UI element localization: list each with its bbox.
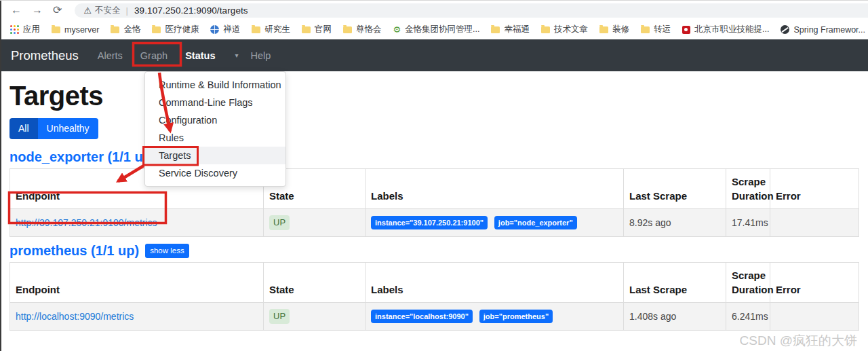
bookmark-myserver[interactable]: myserver [52, 25, 99, 35]
filter-unhealthy-button[interactable]: Unhealthy [38, 118, 98, 139]
job-header-node-exporter: node_exporter (1/1 up) show less [9, 149, 859, 165]
apps-grid-icon [10, 25, 19, 34]
bookmark-graduate[interactable]: 研究生 [252, 24, 290, 35]
browser-toolbar: ← → ⟳ ⚠ 不安全 | 39.107.250.21:9090/targets [0, 1, 868, 20]
folder-icon [252, 26, 260, 33]
col-last-scrape: Last Scrape [624, 169, 726, 209]
bookmark-label: 医疗健康 [165, 24, 199, 35]
job-header-prometheus: prometheus (1/1 up) show less [9, 242, 859, 259]
bookmark-label: 尊恪会 [356, 24, 382, 35]
label-badge-job: job="prometheus" [479, 310, 553, 323]
address-bar[interactable]: ⚠ 不安全 | 39.107.250.21:9090/targets [75, 3, 868, 18]
col-scrape-duration: Scrape Duration [726, 169, 770, 209]
col-last-scrape: Last Scrape [624, 263, 726, 303]
bookmark-label: 金恪集团协同管理... [405, 24, 479, 35]
state-badge: UP [269, 215, 290, 230]
label-badge-instance: instance="localhost:9090" [371, 310, 473, 323]
folder-icon [343, 26, 352, 33]
bookmark-spring[interactable]: Spring Framewor... [781, 25, 865, 35]
target-filter-group: All Unhealthy [9, 118, 98, 139]
bookmark-transfer[interactable]: 转运 [641, 24, 671, 35]
col-scrape-duration: Scrape Duration [726, 263, 770, 303]
bookmark-label: 幸福通 [504, 24, 530, 35]
bookmark-jinke[interactable]: 金恪 [111, 24, 140, 35]
gear-icon: ⚙ [393, 25, 401, 34]
menu-item-service-discovery[interactable]: Service Discovery [145, 164, 285, 182]
security-warning-icon[interactable]: ⚠ [83, 5, 92, 16]
dark-globe-icon [781, 25, 789, 34]
nav-help[interactable]: Help [251, 50, 271, 61]
bookmark-label: 金恪 [123, 24, 140, 35]
col-error: Error [770, 263, 859, 303]
bookmark-tech-articles[interactable]: 技术文章 [541, 24, 588, 35]
nav-status[interactable]: Status [185, 50, 215, 61]
bookmarks-bar: 应用 myserver 金恪 医疗健康 禅道 研究生 官网 尊恪会 [0, 20, 868, 39]
last-scrape-value: 8.92s ago [624, 209, 726, 237]
filter-all-button[interactable]: All [9, 118, 38, 139]
folder-icon [491, 26, 500, 33]
bookmark-label: 技术文章 [554, 24, 588, 35]
bookmark-zentao[interactable]: 禅道 [210, 24, 240, 35]
reload-icon[interactable]: ⟳ [53, 5, 62, 16]
bookmark-beijing-skills[interactable]: 北京市职业技能提... [682, 24, 769, 35]
bookmark-label: Spring Framewor... [793, 25, 865, 35]
window-left-border [0, 1, 1, 351]
endpoint-link[interactable]: http://39.107.250.21:9100/metrics [16, 217, 157, 228]
label-badge-instance: instance="39.107.250.21:9100" [371, 216, 488, 229]
table-header-row: Endpoint State Labels Last Scrape Scrape… [10, 169, 859, 209]
menu-item-command-line-flags[interactable]: Command-Line Flags [145, 94, 285, 111]
folder-icon [302, 26, 311, 33]
menu-item-runtime-build-info[interactable]: Runtime & Build Information [145, 76, 285, 94]
folder-icon [641, 26, 650, 33]
job-title-prometheus[interactable]: prometheus (1/1 up) [9, 242, 139, 259]
back-icon[interactable]: ← [11, 5, 22, 16]
main-content: Targets All Unhealthy node_exporter (1/1… [0, 71, 868, 331]
security-warning-label: 不安全 [95, 5, 121, 16]
bookmark-label: 北京市职业技能提... [694, 24, 769, 35]
folder-icon [111, 26, 119, 33]
col-error: Error [770, 169, 859, 209]
scrape-duration-value: 6.241ms [726, 303, 770, 331]
state-badge: UP [269, 309, 290, 324]
last-scrape-value: 1.408s ago [624, 303, 726, 331]
bookmark-label: 禅道 [223, 24, 240, 35]
bookmark-xingfutong[interactable]: 幸福通 [491, 24, 530, 35]
targets-table-node-exporter: Endpoint State Labels Last Scrape Scrape… [9, 168, 859, 237]
bookmark-jinke-oa[interactable]: ⚙ 金恪集团协同管理... [393, 24, 479, 35]
watermark: CSDN @疯狂的大饼 [740, 332, 857, 350]
bookmark-website[interactable]: 官网 [302, 24, 332, 35]
bookmark-decoration[interactable]: 装修 [599, 24, 629, 35]
bookmark-label: 装修 [612, 24, 629, 35]
nav-alerts[interactable]: Alerts [98, 50, 123, 61]
menu-item-configuration[interactable]: Configuration [145, 111, 285, 129]
forward-icon[interactable]: → [32, 5, 43, 16]
page: ← → ⟳ ⚠ 不安全 | 39.107.250.21:9090/targets… [0, 0, 868, 351]
col-endpoint: Endpoint [10, 263, 264, 303]
menu-item-targets[interactable]: Targets [145, 147, 285, 164]
bookmark-label: 研究生 [264, 24, 290, 35]
col-labels: Labels [366, 169, 624, 209]
show-less-button[interactable]: show less [145, 244, 189, 258]
bookmark-zunkehui[interactable]: 尊恪会 [343, 24, 382, 35]
error-value [770, 303, 859, 331]
error-value [770, 209, 859, 237]
bookmark-label: myserver [64, 25, 99, 35]
globe-icon [210, 25, 219, 34]
bookmark-medical[interactable]: 医疗健康 [152, 24, 199, 35]
scrape-duration-value: 17.41ms [726, 209, 770, 237]
folder-icon [152, 26, 161, 33]
nav-graph[interactable]: Graph [140, 50, 167, 61]
job-title-node-exporter[interactable]: node_exporter (1/1 up) [9, 149, 156, 165]
bookmark-apps[interactable]: 应用 [10, 24, 40, 35]
page-title: Targets [9, 79, 859, 112]
table-row: http://localhost:9090/metrics UP instanc… [10, 303, 859, 331]
brand-prometheus[interactable]: Prometheus [11, 48, 79, 63]
status-dropdown-menu: Runtime & Build Information Command-Line… [144, 71, 286, 187]
label-badge-job: job="node_exporter" [494, 216, 577, 229]
folder-icon [52, 26, 60, 33]
address-separator: | [126, 5, 128, 16]
endpoint-link[interactable]: http://localhost:9090/metrics [16, 311, 134, 322]
bookmark-label: 应用 [23, 24, 40, 35]
folder-icon [541, 26, 550, 33]
menu-item-rules[interactable]: Rules [145, 129, 285, 147]
